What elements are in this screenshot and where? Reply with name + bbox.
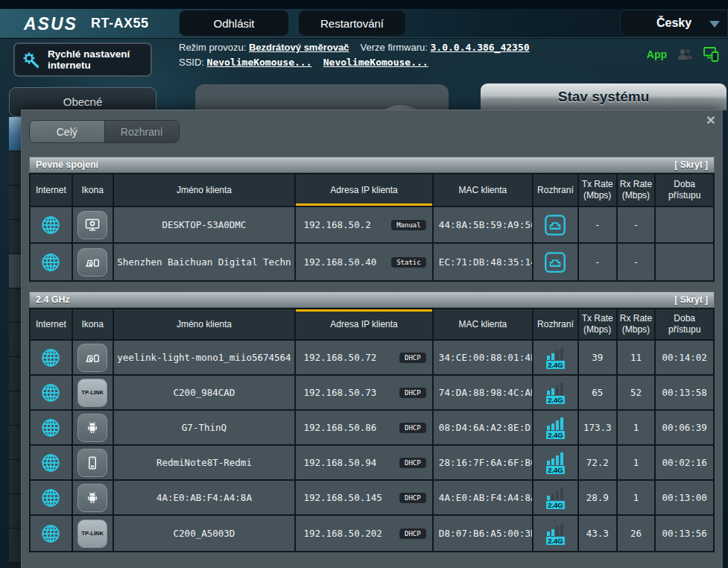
icon-cell[interactable] [73,244,114,280]
interface-cell [534,207,579,242]
ip-mode-badge: DHCP [399,353,426,363]
column-header[interactable]: Ikona [73,174,114,206]
quick-internet-setup-button[interactable]: Rychlé nastavení internetu [13,42,152,77]
ssid-link-1[interactable]: NevolimeKomouse... [207,57,312,68]
client-ip: 192.168.50.73 [303,387,376,398]
client-ip: 192.168.50.72 [303,352,376,363]
icon-cell[interactable] [73,341,114,374]
column-header[interactable]: Jméno klienta [114,174,297,206]
sidebar-item-active[interactable] [9,117,21,151]
band-badge: 2.4G [546,361,565,369]
ip-cell: 192.168.50.40 Static [296,244,433,280]
devices-icon[interactable] [77,248,107,277]
tplink-logo-icon[interactable]: TP-LINK [77,520,107,548]
column-header[interactable]: Rozhraní [534,309,579,339]
hide-link[interactable]: [ Skrýt ] [674,294,708,305]
rx-rate: - [618,244,656,280]
internet-cell [31,376,73,409]
client-mac: 08:D4:6A:A2:8E:D1 [434,411,534,444]
desktop-icon[interactable] [77,211,107,239]
system-status-tab[interactable]: Stav systému [481,83,727,110]
column-header[interactable]: Internet [31,309,73,339]
firmware-label: Verze firmwaru: [361,42,428,53]
section-header: Pevné spojení [ Skrýt ] [29,157,715,173]
client-row[interactable]: Shenzhen Baichuan Digital Techn 192.168.… [31,244,713,280]
icon-cell[interactable] [73,411,114,444]
internet-cell [31,411,73,444]
interface-cell: 2.4G [534,446,579,479]
ip-cell: 192.168.50.86 DHCP [296,411,433,444]
clients-people-icon[interactable] [676,48,694,61]
devices-icon[interactable] [77,344,107,372]
client-row[interactable]: yeelink-light-mono1_miio5674564 192.168.… [31,341,713,376]
column-header[interactable]: Adresa IP klienta [296,174,433,206]
client-name: C200_984CAD [114,376,297,409]
ip-cell: 192.168.50.145 DHCP [296,481,433,514]
client-mac: 44:8A:5B:59:A9:56 [434,207,534,242]
rx-rate: 26 [618,516,656,551]
column-header[interactable]: Tx Rate (Mbps) [579,309,618,339]
internet-globe-icon [39,214,62,236]
client-mac: 34:CE:00:88:01:4B [434,341,534,374]
client-name: RedmiNote8T-Redmi [114,446,297,479]
ssid-label: SSID: [179,57,204,68]
client-row[interactable]: DESKTOP-S3A0DMC 192.168.50.2 Manual 44:8… [31,207,713,244]
column-header[interactable]: Ikona [73,309,114,339]
tab-all[interactable]: Celý [30,121,104,142]
router-model: RT-AX55 [91,16,149,31]
column-header[interactable]: Rx Rate (Mbps) [618,174,656,206]
column-header[interactable]: Jméno klienta [114,309,297,339]
column-header[interactable]: MAC klienta [434,309,534,339]
close-icon[interactable]: × [706,112,715,128]
column-header[interactable]: MAC klienta [434,174,534,206]
firmware-link[interactable]: 3.0.0.4.386_42350 [431,42,530,53]
column-header[interactable]: Doba přístupu [656,309,713,339]
client-row[interactable]: 4A:E0:AB:F4:A4:8A 192.168.50.145 DHCP 4A… [31,481,713,516]
section-title: 2.4 GHz [36,294,70,305]
hide-link[interactable]: [ Skrýt ] [674,160,708,170]
icon-cell[interactable]: TP-LINK [73,516,114,551]
ethernet-port-icon [544,251,566,274]
tab-interface[interactable]: Rozhraní [104,121,180,142]
router-info: Režim provozu: Bezdrátový směrovač Verze… [179,40,530,70]
logout-button[interactable]: Odhlásit [179,10,289,37]
column-header[interactable]: Doba přístupu [656,174,713,206]
client-name: yeelink-light-mono1_miio5674564 [114,341,297,374]
rx-rate: 1 [618,446,656,479]
internet-globe-icon [39,417,62,439]
access-time: 00:14:02 [656,341,713,374]
band-badge: 2.4G [546,501,565,509]
icon-cell[interactable] [73,207,114,242]
access-time [656,244,713,280]
ip-cell: 192.168.50.72 DHCP [296,341,433,374]
icon-cell[interactable]: TP-LINK [73,376,114,409]
ip-cell: 192.168.50.73 DHCP [296,376,433,409]
ssid-link-2[interactable]: NevolimeKomouse... [323,57,428,68]
column-header[interactable]: Tx Rate (Mbps) [579,174,618,206]
client-row[interactable]: TP-LINK C200_A5003D 192.168.50.202 DHCP … [31,516,713,551]
mode-link[interactable]: Bezdrátový směrovač [249,42,349,53]
internet-globe-icon [39,523,62,545]
reboot-button[interactable]: Restartování [298,10,406,37]
android-icon[interactable] [77,414,107,442]
android-icon[interactable] [77,484,107,512]
column-header[interactable]: Internet [31,174,73,206]
phone-icon[interactable] [77,449,107,477]
column-header[interactable]: Adresa IP klienta [296,309,433,339]
access-time: 00:13:58 [656,376,713,409]
column-header[interactable]: Rx Rate (Mbps) [618,309,656,339]
icon-cell[interactable] [73,481,114,514]
icon-cell[interactable] [73,446,114,479]
app-link[interactable]: App [647,48,667,60]
access-time: 00:13:56 [656,516,713,551]
device-sync-icon[interactable] [703,46,721,63]
language-dropdown[interactable]: Česky [620,10,728,37]
client-name: Shenzhen Baichuan Digital Techn [114,244,297,280]
tplink-logo-icon[interactable]: TP-LINK [77,379,107,407]
client-row[interactable]: G7-ThinQ 192.168.50.86 DHCP 08:D4:6A:A2:… [31,411,713,446]
client-name: G7-ThinQ [114,411,297,444]
access-time: 00:13:00 [656,481,713,514]
column-header[interactable]: Rozhraní [534,174,579,206]
client-row[interactable]: RedmiNote8T-Redmi 192.168.50.94 DHCP 28:… [31,446,713,481]
client-row[interactable]: TP-LINK C200_984CAD 192.168.50.73 DHCP 7… [31,376,713,411]
